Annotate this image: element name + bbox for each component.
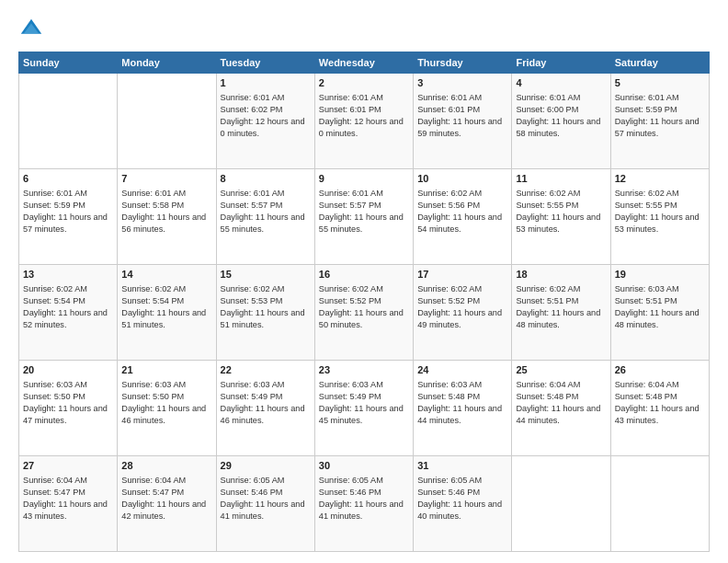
day-number: 2 <box>319 76 409 90</box>
daylight-text: Daylight: 11 hours and 47 minutes. <box>23 404 108 425</box>
day-number: 14 <box>121 268 211 282</box>
sunset-text: Sunset: 5:58 PM <box>121 201 184 210</box>
day-number: 22 <box>221 363 311 377</box>
calendar-cell: 30Sunrise: 6:05 AMSunset: 5:46 PMDayligh… <box>314 456 413 552</box>
calendar-cell: 5Sunrise: 6:01 AMSunset: 5:59 PMDaylight… <box>610 74 709 169</box>
calendar-cell <box>118 74 216 169</box>
sunrise-text: Sunrise: 6:03 AM <box>319 380 383 389</box>
weekday-header-saturday: Saturday <box>610 52 709 74</box>
sunset-text: Sunset: 5:57 PM <box>221 201 283 210</box>
calendar-cell: 12Sunrise: 6:02 AMSunset: 5:55 PMDayligh… <box>610 169 709 265</box>
day-number: 27 <box>23 459 113 473</box>
calendar-cell: 6Sunrise: 6:01 AMSunset: 5:59 PMDaylight… <box>19 169 118 265</box>
logo-icon <box>18 17 44 42</box>
calendar-cell: 1Sunrise: 6:01 AMSunset: 6:02 PMDaylight… <box>216 74 314 169</box>
daylight-text: Daylight: 11 hours and 57 minutes. <box>615 117 700 138</box>
daylight-text: Daylight: 11 hours and 55 minutes. <box>221 213 305 234</box>
daylight-text: Daylight: 12 hours and 0 minutes. <box>221 117 305 138</box>
calendar-cell: 24Sunrise: 6:03 AMSunset: 5:48 PMDayligh… <box>414 361 512 456</box>
header <box>18 17 710 42</box>
daylight-text: Daylight: 11 hours and 59 minutes. <box>417 117 502 138</box>
sunset-text: Sunset: 6:00 PM <box>516 105 578 114</box>
weekday-header-tuesday: Tuesday <box>216 52 314 74</box>
sunset-text: Sunset: 5:48 PM <box>417 392 480 401</box>
sunrise-text: Sunrise: 6:05 AM <box>221 476 285 485</box>
daylight-text: Daylight: 11 hours and 56 minutes. <box>121 213 206 234</box>
calendar-cell: 29Sunrise: 6:05 AMSunset: 5:46 PMDayligh… <box>216 456 314 552</box>
sunset-text: Sunset: 5:52 PM <box>319 296 381 305</box>
sunset-text: Sunset: 5:49 PM <box>221 392 283 401</box>
calendar-week-row: 6Sunrise: 6:01 AMSunset: 5:59 PMDaylight… <box>19 169 710 265</box>
sunrise-text: Sunrise: 6:01 AM <box>319 93 383 102</box>
daylight-text: Daylight: 11 hours and 43 minutes. <box>615 404 700 425</box>
daylight-text: Daylight: 11 hours and 46 minutes. <box>221 404 305 425</box>
day-number: 7 <box>121 172 211 186</box>
day-number: 12 <box>615 172 705 186</box>
page: SundayMondayTuesdayWednesdayThursdayFrid… <box>0 0 728 563</box>
day-number: 5 <box>615 76 705 90</box>
calendar-cell: 14Sunrise: 6:02 AMSunset: 5:54 PMDayligh… <box>118 265 216 361</box>
sunrise-text: Sunrise: 6:01 AM <box>516 93 580 102</box>
calendar-cell: 19Sunrise: 6:03 AMSunset: 5:51 PMDayligh… <box>610 265 709 361</box>
day-number: 19 <box>615 268 705 282</box>
daylight-text: Daylight: 11 hours and 44 minutes. <box>516 404 600 425</box>
daylight-text: Daylight: 11 hours and 51 minutes. <box>121 308 206 329</box>
calendar-cell: 21Sunrise: 6:03 AMSunset: 5:50 PMDayligh… <box>118 361 216 456</box>
calendar-cell: 25Sunrise: 6:04 AMSunset: 5:48 PMDayligh… <box>512 361 610 456</box>
calendar-cell: 4Sunrise: 6:01 AMSunset: 6:00 PMDaylight… <box>512 74 610 169</box>
daylight-text: Daylight: 11 hours and 45 minutes. <box>319 404 404 425</box>
sunset-text: Sunset: 5:46 PM <box>221 488 283 497</box>
weekday-header-friday: Friday <box>512 52 610 74</box>
daylight-text: Daylight: 11 hours and 53 minutes. <box>615 213 700 234</box>
daylight-text: Daylight: 11 hours and 42 minutes. <box>121 500 206 521</box>
day-number: 18 <box>516 268 606 282</box>
sunset-text: Sunset: 5:47 PM <box>23 488 85 497</box>
sunset-text: Sunset: 6:02 PM <box>221 105 283 114</box>
day-number: 9 <box>319 172 409 186</box>
weekday-header-row: SundayMondayTuesdayWednesdayThursdayFrid… <box>19 52 710 74</box>
daylight-text: Daylight: 11 hours and 57 minutes. <box>23 213 108 234</box>
day-number: 17 <box>417 268 507 282</box>
sunrise-text: Sunrise: 6:04 AM <box>615 380 679 389</box>
day-number: 21 <box>121 363 211 377</box>
weekday-header-sunday: Sunday <box>19 52 118 74</box>
weekday-header-monday: Monday <box>118 52 216 74</box>
day-number: 31 <box>417 459 507 473</box>
calendar-cell: 18Sunrise: 6:02 AMSunset: 5:51 PMDayligh… <box>512 265 610 361</box>
sunrise-text: Sunrise: 6:02 AM <box>221 284 285 293</box>
calendar-cell: 8Sunrise: 6:01 AMSunset: 5:57 PMDaylight… <box>216 169 314 265</box>
sunset-text: Sunset: 5:49 PM <box>319 392 381 401</box>
sunset-text: Sunset: 6:01 PM <box>417 105 480 114</box>
sunset-text: Sunset: 5:56 PM <box>417 201 480 210</box>
sunset-text: Sunset: 5:46 PM <box>319 488 381 497</box>
sunset-text: Sunset: 5:47 PM <box>121 488 184 497</box>
sunset-text: Sunset: 6:01 PM <box>319 105 381 114</box>
calendar-week-row: 20Sunrise: 6:03 AMSunset: 5:50 PMDayligh… <box>19 361 710 456</box>
sunrise-text: Sunrise: 6:02 AM <box>615 189 679 198</box>
sunset-text: Sunset: 5:54 PM <box>23 296 85 305</box>
calendar-cell: 7Sunrise: 6:01 AMSunset: 5:58 PMDaylight… <box>118 169 216 265</box>
day-number: 13 <box>23 268 113 282</box>
sunrise-text: Sunrise: 6:02 AM <box>516 189 580 198</box>
sunset-text: Sunset: 5:48 PM <box>615 392 677 401</box>
sunrise-text: Sunrise: 6:04 AM <box>121 476 186 485</box>
sunrise-text: Sunrise: 6:01 AM <box>23 189 87 198</box>
sunrise-text: Sunrise: 6:01 AM <box>121 189 186 198</box>
sunrise-text: Sunrise: 6:01 AM <box>221 93 285 102</box>
calendar-week-row: 27Sunrise: 6:04 AMSunset: 5:47 PMDayligh… <box>19 456 710 552</box>
day-number: 10 <box>417 172 507 186</box>
sunrise-text: Sunrise: 6:02 AM <box>23 284 87 293</box>
sunrise-text: Sunrise: 6:04 AM <box>23 476 87 485</box>
calendar-cell: 3Sunrise: 6:01 AMSunset: 6:01 PMDaylight… <box>414 74 512 169</box>
sunrise-text: Sunrise: 6:03 AM <box>615 284 679 293</box>
day-number: 30 <box>319 459 409 473</box>
day-number: 15 <box>221 268 311 282</box>
calendar-cell: 28Sunrise: 6:04 AMSunset: 5:47 PMDayligh… <box>118 456 216 552</box>
calendar-cell <box>19 74 118 169</box>
daylight-text: Daylight: 11 hours and 53 minutes. <box>516 213 600 234</box>
sunset-text: Sunset: 5:53 PM <box>221 296 283 305</box>
sunset-text: Sunset: 5:52 PM <box>417 296 480 305</box>
day-number: 24 <box>417 363 507 377</box>
sunset-text: Sunset: 5:51 PM <box>516 296 578 305</box>
weekday-header-wednesday: Wednesday <box>314 52 413 74</box>
